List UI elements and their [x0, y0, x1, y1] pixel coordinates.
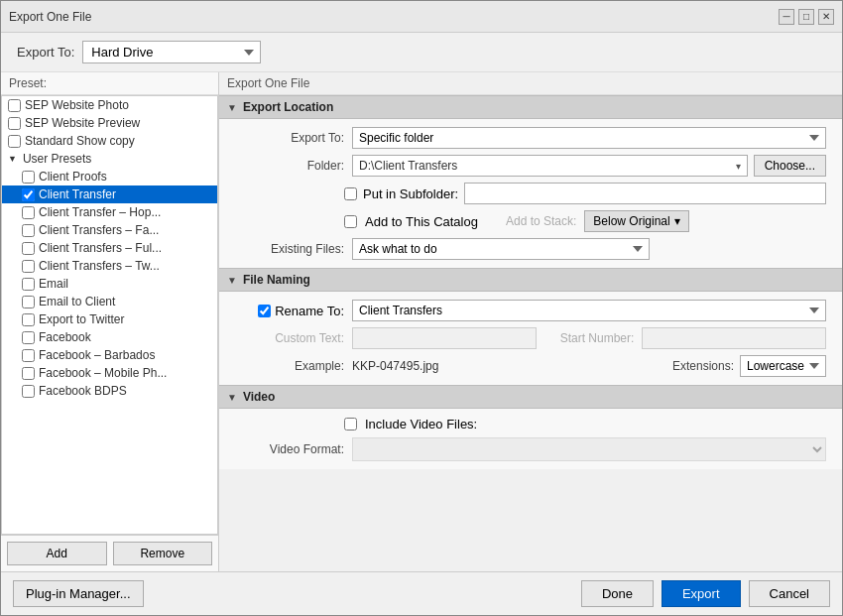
preset-item-client-transfers-tw[interactable]: Client Transfers – Tw... [2, 257, 217, 275]
cancel-button[interactable]: Cancel [749, 580, 830, 607]
subfolder-input[interactable] [464, 183, 826, 204]
sep-website-photo-checkbox[interactable] [8, 99, 21, 112]
existing-files-row: Existing Files: Ask what to do Choose a … [235, 238, 826, 260]
file-naming-header: ▼ File Naming [219, 268, 842, 292]
preset-item-label: Facebook – Mobile Ph... [39, 366, 167, 380]
example-label: Example: [235, 359, 344, 373]
minimize-button[interactable]: ─ [779, 9, 794, 25]
preset-item-label: Export to Twitter [39, 312, 124, 326]
put-in-subfolder-checkbox[interactable] [344, 187, 357, 200]
preset-item-email[interactable]: Email [2, 275, 217, 293]
preset-buttons: Add Remove [1, 535, 218, 571]
client-transfers-ful-checkbox[interactable] [22, 242, 35, 255]
folder-dropdown-icon: ▾ [736, 161, 741, 172]
existing-files-label: Existing Files: [235, 242, 344, 256]
video-format-select[interactable] [352, 437, 826, 461]
file-naming-body: Rename To: Client Transfers Filename Dat… [219, 292, 842, 385]
rename-to-checkbox[interactable] [258, 305, 271, 317]
client-transfer-hop-checkbox[interactable] [22, 206, 35, 219]
sep-website-preview-checkbox[interactable] [8, 117, 21, 130]
preset-item-email-to-client[interactable]: Email to Client [2, 293, 217, 310]
file-naming-title: File Naming [243, 273, 310, 287]
below-original-label: Below Original [593, 214, 669, 228]
export-button[interactable]: Export [662, 580, 741, 607]
facebook-bdps-checkbox[interactable] [22, 385, 35, 398]
dialog-title: Export One File [9, 10, 91, 24]
preset-item-sep-website-photo[interactable]: SEP Website Photo [2, 96, 217, 114]
remove-button[interactable]: Remove [113, 542, 213, 565]
close-button[interactable]: ✕ [818, 9, 834, 25]
section-arrow-icon: ▼ [227, 102, 237, 113]
preset-item-client-proofs[interactable]: Client Proofs [2, 168, 217, 185]
preset-item-client-transfers-ful[interactable]: Client Transfers – Ful... [2, 239, 217, 257]
below-original-arrow-icon: ▾ [674, 214, 680, 228]
add-to-stack-label: Add to Stack: [506, 214, 576, 228]
start-number-input[interactable] [642, 327, 826, 349]
preset-item-label: Email to Client [39, 295, 115, 308]
video-title: Video [243, 390, 275, 404]
preset-item-export-to-twitter[interactable]: Export to Twitter [2, 310, 217, 328]
group-arrow-icon: ▼ [8, 154, 17, 164]
preset-item-facebook-barbados[interactable]: Facebook – Barbados [2, 346, 217, 364]
preset-item-label: Client Transfers – Tw... [39, 259, 160, 273]
facebook-checkbox[interactable] [22, 331, 35, 344]
include-video-checkbox[interactable] [344, 418, 357, 431]
preset-item-client-transfer-hop[interactable]: Client Transfer – Hop... [2, 203, 217, 221]
put-in-subfolder-label: Put in Subfolder: [363, 186, 458, 201]
preset-item-facebook[interactable]: Facebook [2, 328, 217, 346]
client-transfers-fa-checkbox[interactable] [22, 224, 35, 237]
preset-item-sep-website-preview[interactable]: SEP Website Preview [2, 114, 217, 132]
preset-item-label: SEP Website Preview [25, 116, 140, 130]
done-button[interactable]: Done [581, 580, 654, 607]
preset-item-standard-show-copy[interactable]: Standard Show copy [2, 132, 217, 150]
preset-item-client-transfers-fa[interactable]: Client Transfers – Fa... [2, 221, 217, 239]
email-checkbox[interactable] [22, 278, 35, 291]
add-to-catalog-checkbox[interactable] [344, 215, 357, 228]
rename-to-select[interactable]: Client Transfers Filename Date – Filenam… [352, 300, 826, 321]
preset-item-label: Client Proofs [39, 170, 107, 184]
export-to-row: Export To: Hard Drive Email CD/DVD [1, 33, 842, 72]
bottom-left: Plug-in Manager... [13, 580, 144, 607]
preset-label: Preset: [1, 72, 218, 95]
custom-text-input[interactable] [352, 327, 537, 349]
preset-item-facebook-mobile-ph[interactable]: Facebook – Mobile Ph... [2, 364, 217, 382]
client-transfers-tw-checkbox[interactable] [22, 260, 35, 273]
folder-path-display: D:\Client Transfers ▾ [352, 155, 748, 177]
folder-form-row: Folder: D:\Client Transfers ▾ Choose... [235, 155, 826, 177]
rename-to-label: Rename To: [275, 304, 344, 318]
export-location-body: Export To: Specific folder Same folder a… [219, 119, 842, 268]
preset-item-client-transfer[interactable]: Client Transfer [2, 185, 217, 203]
client-proofs-checkbox[interactable] [22, 171, 35, 184]
facebook-barbados-checkbox[interactable] [22, 349, 35, 362]
standard-show-copy-checkbox[interactable] [8, 135, 21, 148]
plugin-manager-button[interactable]: Plug-in Manager... [13, 580, 144, 607]
facebook-mobile-ph-checkbox[interactable] [22, 367, 35, 380]
below-original-button[interactable]: Below Original ▾ [584, 210, 688, 232]
preset-item-label: Standard Show copy [25, 134, 135, 148]
right-panel-content: ▼ Export Location Export To: Specific fo… [219, 95, 842, 571]
export-to-form-row: Export To: Specific folder Same folder a… [235, 127, 826, 149]
export-to-select[interactable]: Hard Drive Email CD/DVD [82, 41, 261, 63]
export-to-twitter-checkbox[interactable] [22, 313, 35, 326]
include-video-label: Include Video Files: [365, 417, 477, 431]
choose-button[interactable]: Choose... [754, 155, 826, 177]
extensions-label: Extensions: [672, 359, 734, 373]
rename-to-checkbox-group: Rename To: [235, 304, 344, 318]
stack-row: Add to This Catalog Add to Stack: Below … [344, 210, 826, 232]
existing-files-select[interactable]: Ask what to do Choose a new name for the… [352, 238, 650, 260]
export-to-form-select[interactable]: Specific folder Same folder as original … [352, 127, 826, 149]
existing-files-control: Ask what to do Choose a new name for the… [352, 238, 650, 260]
title-bar: Export One File ─ □ ✕ [1, 1, 842, 33]
add-button[interactable]: Add [7, 542, 107, 565]
maximize-button[interactable]: □ [798, 9, 814, 25]
extensions-select[interactable]: Lowercase Uppercase [740, 355, 826, 377]
folder-path-text: D:\Client Transfers [359, 159, 736, 173]
right-panel-header: Export One File [219, 72, 842, 95]
email-to-client-checkbox[interactable] [22, 296, 35, 308]
rename-to-control: Client Transfers Filename Date – Filenam… [352, 300, 826, 321]
preset-item-facebook-bdps[interactable]: Facebook BDPS [2, 382, 217, 400]
client-transfer-checkbox[interactable] [22, 188, 35, 201]
video-body: Include Video Files: Video Format: [219, 409, 842, 469]
preset-group-user-presets[interactable]: ▼ User Presets [2, 150, 217, 168]
custom-text-row: Custom Text: Start Number: [235, 327, 826, 349]
